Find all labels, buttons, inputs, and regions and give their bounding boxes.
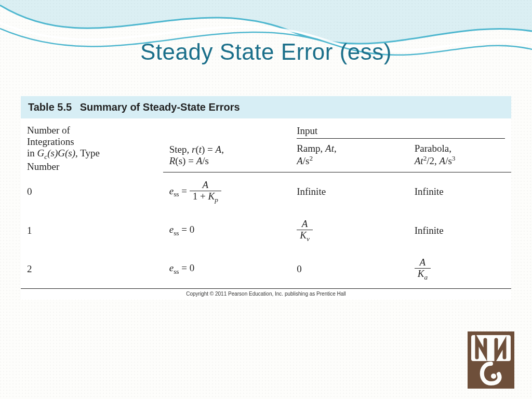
table-header-row: Number of Integrations in Gc(s)G(s), Typ…: [21, 118, 511, 139]
cell-parabola: Infinite: [408, 211, 511, 250]
cell-type: 2: [21, 250, 163, 289]
svg-point-2: [491, 374, 496, 379]
cell-step: ess = 0: [163, 211, 290, 250]
cell-parabola: Infinite: [408, 172, 511, 211]
cell-type: 0: [21, 172, 163, 211]
cell-parabola: A Ka: [408, 250, 511, 289]
table-summary: Summary of Steady-State Errors: [80, 101, 240, 113]
cell-step: ess = A 1 + Kp: [163, 172, 290, 211]
cell-ramp: Infinite: [290, 172, 408, 211]
copyright-text: Copyright © 2011 Pearson Education, Inc.…: [21, 289, 511, 300]
table-row: 0 ess = A 1 + Kp Infinite Infinite: [21, 172, 511, 211]
table-card: Table 5.5 Summary of Steady-State Errors…: [21, 96, 511, 300]
header-step: Step, r(t) = A, R(s) = A/s: [163, 139, 290, 172]
table-row: 2 ess = 0 0 A Ka: [21, 250, 511, 289]
table-caption: Table 5.5 Summary of Steady-State Errors: [21, 96, 511, 118]
header-parabola: Parabola, At2/2, A/s3: [408, 139, 511, 172]
cell-type: 1: [21, 211, 163, 250]
cell-step: ess = 0: [163, 250, 290, 289]
header-input-super: Input: [290, 118, 511, 139]
table-row: 1 ess = 0 A Kv Infinite: [21, 211, 511, 250]
logo-icon: [468, 331, 514, 389]
header-step-spacer: [163, 118, 290, 139]
page-title: Steady State Error (ess): [0, 39, 532, 65]
table-number: Table 5.5: [28, 101, 72, 113]
cell-ramp: 0: [290, 250, 408, 289]
steady-state-error-table: Number of Integrations in Gc(s)G(s), Typ…: [21, 118, 511, 289]
header-ramp: Ramp, At, A/s2: [290, 139, 408, 172]
cell-ramp: A Kv: [290, 211, 408, 250]
header-type-col: Number of Integrations in Gc(s)G(s), Typ…: [21, 118, 163, 172]
